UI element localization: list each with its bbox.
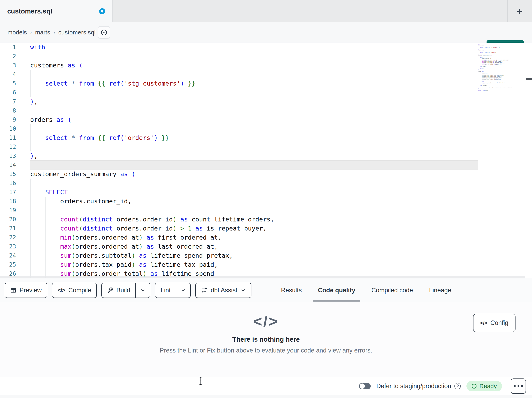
unsaved-changes-icon <box>99 8 105 14</box>
code-slash-icon: </> <box>253 313 279 330</box>
dbt-assist-button[interactable]: dbt Assist <box>195 283 251 298</box>
line-number: 23 <box>0 242 16 251</box>
tab-customers-sql[interactable]: customers.sql <box>0 0 113 22</box>
preview-label: Preview <box>19 287 42 294</box>
code-line[interactable]: 18 orders.customer_id, <box>0 197 478 206</box>
line-number: 26 <box>0 269 16 278</box>
code-icon: </> <box>57 287 65 294</box>
code-line[interactable]: 24 sum(orders.subtotal) as lifetime_spen… <box>0 251 478 260</box>
code-line[interactable]: 3customers as ( <box>0 61 478 70</box>
line-number: 13 <box>0 151 16 160</box>
code-line[interactable]: 12 <box>0 142 478 151</box>
code-line[interactable]: 26 sum(orders.order_total) as lifetime_s… <box>0 269 478 278</box>
file-tab-bar: customers.sql + <box>0 0 532 22</box>
line-number: 7 <box>0 97 16 106</box>
build-button[interactable]: Build <box>102 283 135 298</box>
line-number: 9 <box>0 115 16 124</box>
status-badge: Ready <box>466 381 502 391</box>
code-line[interactable]: 25 sum(orders.tax_paid) as lifetime_tax_… <box>0 260 478 269</box>
help-icon[interactable]: ? <box>454 383 461 389</box>
line-number: 5 <box>0 79 16 88</box>
config-label: Config <box>490 319 508 326</box>
code-line[interactable]: 1with <box>0 43 478 52</box>
code-line[interactable]: 23 max(orders.ordered_at) as last_ordere… <box>0 242 478 251</box>
code-line[interactable]: 22 min(orders.ordered_at) as first_order… <box>0 233 478 242</box>
lint-label: Lint <box>160 287 171 294</box>
line-number: 21 <box>0 224 16 233</box>
tab-compiled-code[interactable]: Compiled code <box>366 278 418 302</box>
code-line[interactable]: 17 SELECT <box>0 188 478 197</box>
code-line[interactable]: 5 select * from {{ ref('stg_customers') … <box>0 79 478 88</box>
build-label: Build <box>116 287 130 294</box>
code-quality-panel: </> There is nothing here Press the Lint… <box>0 302 532 377</box>
code-line[interactable]: 6 <box>0 88 478 97</box>
code-line[interactable]: 14 <box>0 160 478 170</box>
code-line[interactable]: 8 <box>0 106 478 115</box>
chevron-down-icon <box>241 288 246 293</box>
window-bottom-edge <box>0 395 532 398</box>
toggle-knob <box>360 384 365 389</box>
code-line[interactable]: 9orders as ( <box>0 115 478 124</box>
code-area[interactable]: 1with23customers as (45 select * from {{… <box>0 43 478 278</box>
line-number: 3 <box>0 61 16 70</box>
breadcrumb-item-marts[interactable]: marts <box>35 29 50 36</box>
tab-lineage[interactable]: Lineage <box>424 278 456 302</box>
compile-button[interactable]: </> Compile <box>52 283 97 298</box>
more-options-button[interactable] <box>511 378 526 394</box>
breadcrumb-separator: › <box>30 29 32 36</box>
config-button[interactable]: </> Config <box>473 314 515 332</box>
build-dropdown-button[interactable] <box>135 283 150 298</box>
tab-results[interactable]: Results <box>276 278 307 302</box>
tab-code-quality[interactable]: Code quality <box>313 278 360 302</box>
code-line[interactable]: 7), <box>0 97 478 106</box>
open-lineage-button[interactable] <box>98 26 110 39</box>
empty-state-subtitle: Press the Lint or Fix button above to ev… <box>160 347 372 354</box>
line-number: 2 <box>0 52 16 61</box>
line-number: 19 <box>0 206 16 215</box>
lint-button[interactable]: Lint <box>155 283 176 298</box>
breadcrumb-separator: › <box>53 29 55 36</box>
wrench-icon <box>107 287 113 293</box>
code-line[interactable]: 16 <box>0 179 478 188</box>
line-number: 11 <box>0 133 16 142</box>
breadcrumb-item-customers-sql: customers.sql <box>58 29 95 36</box>
code-line[interactable]: 21 count(distinct orders.order_id) > 1 a… <box>0 224 478 233</box>
line-number: 8 <box>0 106 16 115</box>
file-header-row: models › marts › customers.sql Save <box>0 22 532 43</box>
editor-vertical-scrollbar[interactable] <box>525 43 532 278</box>
action-buttons: Preview </> Compile Build <box>5 278 251 302</box>
status-bar: Defer to staging/production ? Ready <box>0 377 532 395</box>
minimap[interactable]: with customers as ( select * from {{ ref… <box>478 44 525 94</box>
line-number: 10 <box>0 124 16 133</box>
code-line[interactable]: 2 <box>0 52 478 61</box>
build-split-button: Build <box>101 283 150 298</box>
new-tab-button[interactable]: + <box>512 6 527 17</box>
code-line[interactable]: 15customer_orders_summary as ( <box>0 170 478 179</box>
code-line[interactable]: 13), <box>0 151 478 160</box>
code-line[interactable]: 19 <box>0 206 478 215</box>
empty-state-title: There is nothing here <box>232 336 300 343</box>
empty-state: </> There is nothing here Press the Lint… <box>0 302 532 354</box>
code-line[interactable]: 20 count(distinct orders.order_id) as co… <box>0 215 478 224</box>
preview-button[interactable]: Preview <box>5 283 47 298</box>
defer-toggle[interactable] <box>359 383 371 389</box>
defer-label: Defer to staging/production <box>376 383 451 390</box>
code-editor[interactable]: 1with23customers as (45 select * from {{… <box>0 43 532 278</box>
breadcrumb: models › marts › customers.sql <box>7 22 95 43</box>
line-number: 25 <box>0 260 16 269</box>
ready-circle-icon <box>472 384 476 389</box>
line-number: 24 <box>0 251 16 260</box>
line-number: 6 <box>0 88 16 97</box>
code-line[interactable]: 10 <box>0 124 478 133</box>
code-line[interactable]: 11 select * from {{ ref('orders') }} <box>0 133 478 142</box>
code-line[interactable]: 4 <box>0 70 478 79</box>
breadcrumb-item-models[interactable]: models <box>7 29 27 36</box>
compile-label: Compile <box>68 287 91 294</box>
tab-label: customers.sql <box>7 7 52 15</box>
dbt-assist-label: dbt Assist <box>211 287 237 294</box>
compass-icon <box>101 29 108 36</box>
line-number: 1 <box>0 43 16 52</box>
result-panel-tabs: Results Code quality Compiled code Linea… <box>276 278 456 302</box>
lint-dropdown-button[interactable] <box>176 283 190 298</box>
chevron-down-icon <box>140 288 146 293</box>
